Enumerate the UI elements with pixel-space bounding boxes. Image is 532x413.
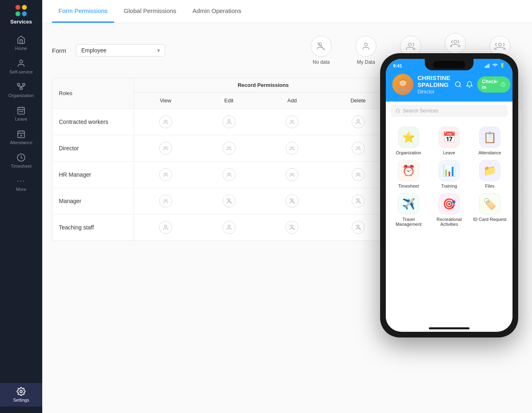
phone-service-item[interactable]: ✈️Travel Management — [391, 193, 426, 227]
sidebar-item-settings[interactable]: Settings — [0, 383, 42, 407]
svg-point-59 — [396, 109, 400, 112]
travel-service-icon: ✈️ — [398, 193, 419, 214]
svg-line-49 — [355, 225, 361, 230]
organization-service-label: Organization — [396, 150, 421, 155]
svg-point-33 — [165, 173, 167, 175]
tab-global-permissions[interactable]: Global Permissions — [117, 0, 183, 23]
settings-icon — [17, 387, 26, 396]
sidebar-item-home[interactable]: Home — [0, 31, 42, 55]
phone-checkin-button[interactable]: Check-in — [477, 76, 510, 93]
travel-service-label: Travel Management — [391, 217, 426, 227]
sidebar-item-more[interactable]: ··· More — [0, 173, 42, 196]
svg-line-57 — [459, 86, 461, 87]
edit-cell[interactable] — [197, 162, 261, 188]
add-icon-circle — [285, 115, 298, 128]
edit-icon-circle — [223, 221, 236, 234]
role-name-cell: Contracted workers — [52, 109, 134, 135]
sidebar-item-organization[interactable]: Organization — [0, 78, 42, 102]
wifi-icon — [492, 64, 498, 68]
add-cell[interactable] — [260, 162, 324, 188]
phone-service-item[interactable]: 🏷️ID Card Request — [472, 193, 508, 227]
sidebar-item-label: Timesheet — [11, 164, 32, 169]
dot-blue — [22, 11, 27, 16]
edit-cell[interactable] — [197, 188, 261, 214]
search-icon-small — [396, 108, 400, 113]
perm-no-data[interactable]: No data — [299, 36, 344, 65]
delete-icon-circle — [352, 195, 365, 208]
phone-service-item[interactable]: ⭐Organization — [391, 127, 426, 155]
phone-search-field[interactable]: Search Services — [391, 105, 508, 117]
attendance-icon — [17, 130, 26, 138]
training-service-icon: 📊 — [439, 160, 460, 181]
phone-service-item[interactable]: 📅Leave — [431, 127, 467, 155]
svg-point-18 — [20, 390, 22, 393]
edit-cell[interactable] — [197, 135, 261, 162]
svg-point-30 — [228, 147, 230, 148]
svg-rect-8 — [18, 108, 25, 115]
files-service-label: Files — [485, 184, 494, 188]
svg-rect-52 — [487, 65, 488, 68]
svg-point-25 — [164, 120, 166, 122]
svg-point-24 — [498, 43, 501, 46]
svg-rect-2 — [20, 88, 22, 90]
phone-user-name: CHRISTINE SPALDING — [417, 74, 450, 88]
sidebar-item-self-service[interactable]: Self-service — [0, 55, 42, 78]
view-cell[interactable] — [134, 188, 197, 214]
delete-icon-circle — [352, 168, 365, 181]
edit-cell[interactable] — [197, 109, 261, 135]
svg-rect-53 — [489, 64, 489, 68]
phone-header: CHRISTINE SPALDING Director — [386, 71, 513, 102]
phone-mockup: 9:41 — [380, 53, 526, 346]
svg-point-45 — [228, 225, 230, 227]
view-cell[interactable] — [134, 162, 197, 188]
roles-column-header: Roles — [52, 78, 134, 109]
timesheet-service-icon: ⏰ — [398, 160, 419, 181]
view-cell[interactable] — [134, 214, 197, 241]
phone-service-item[interactable]: 🎯Recreational Activities — [431, 193, 467, 227]
subordinates-data-icon — [405, 42, 416, 51]
phone-services-body: ⭐Organization📅Leave📋Attendance⏰Timesheet… — [386, 120, 513, 325]
tab-admin-operations[interactable]: Admin Operations — [186, 0, 248, 23]
sidebar-item-timesheet[interactable]: Timesheet — [0, 149, 42, 173]
phone-user-info: CHRISTINE SPALDING Director — [417, 74, 450, 95]
view-cell[interactable] — [134, 135, 197, 162]
form-label: Form — [52, 47, 66, 54]
user-icon — [17, 59, 26, 68]
form-dropdown[interactable]: Employee ▾ — [76, 44, 165, 56]
svg-line-47 — [289, 225, 294, 230]
edit-icon-circle — [223, 115, 236, 128]
svg-point-23 — [454, 40, 456, 43]
search-icon — [454, 81, 462, 88]
sidebar-item-leave[interactable]: Leave — [0, 102, 42, 125]
phone-time: 9:41 — [393, 63, 402, 68]
bell-icon — [466, 81, 473, 88]
add-cell[interactable] — [260, 109, 324, 135]
phone-service-item[interactable]: 📁Files — [472, 160, 508, 188]
timesheet-service-label: Timesheet — [398, 184, 419, 188]
delete-icon-circle — [352, 115, 365, 128]
sidebar-item-label: More — [16, 187, 26, 192]
add-header: Add — [260, 93, 324, 109]
add-cell[interactable] — [260, 188, 324, 214]
phone-service-item[interactable]: 📊Training — [431, 160, 467, 188]
view-cell[interactable] — [134, 109, 197, 135]
svg-point-32 — [357, 147, 359, 148]
organization-icon — [17, 82, 26, 91]
leave-service-label: Leave — [443, 150, 455, 155]
phone-search-bar: Search Services — [386, 102, 513, 120]
tab-form-permissions[interactable]: Form Permissions — [52, 0, 114, 23]
view-header: View — [134, 93, 197, 109]
add-cell[interactable] — [260, 135, 324, 162]
phone-service-item[interactable]: ⏰Timesheet — [391, 160, 426, 188]
add-cell[interactable] — [260, 214, 324, 241]
sidebar-item-attendance[interactable]: Attendance — [0, 125, 42, 149]
phone-notch — [425, 59, 474, 70]
recreational-service-label: Recreational Activities — [431, 217, 467, 227]
home-icon — [17, 35, 26, 44]
attendance-service-icon: 📋 — [479, 127, 500, 148]
svg-point-35 — [291, 173, 293, 175]
phone-service-item[interactable]: 📋Attendance — [472, 127, 508, 155]
svg-point-29 — [165, 147, 167, 148]
edit-cell[interactable] — [197, 214, 261, 241]
role-name-cell: Manager — [52, 188, 134, 214]
